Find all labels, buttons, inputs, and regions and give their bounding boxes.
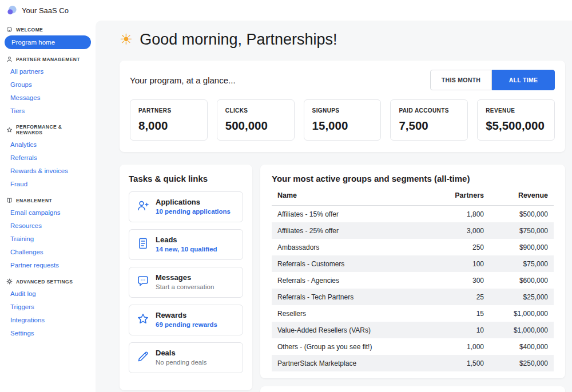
- group-name: Referrals - Tech Partners: [272, 289, 437, 305]
- sidebar-item-challenges[interactable]: Challenges: [5, 246, 91, 258]
- group-partners: 3,000: [437, 222, 490, 239]
- stat-signups: SIGNUPS 15,000: [304, 99, 382, 141]
- task-subtitle[interactable]: No pending deals: [156, 359, 207, 366]
- sidebar-item-resources[interactable]: Resources: [5, 219, 91, 232]
- group-partners: 25: [437, 289, 490, 305]
- table-row[interactable]: Referrals - Customers 100 $75,000: [272, 255, 554, 272]
- group-partners: 1,800: [437, 206, 490, 223]
- sidebar-nav: WELCOME Program home PARTNER MANAGEMENT …: [0, 20, 96, 339]
- groups-title: Your most active groups and segments (al…: [272, 174, 554, 183]
- sidebar-section-label: PERFORMANCE & REWARDS: [16, 124, 89, 135]
- all-time-button[interactable]: ALL TIME: [492, 70, 555, 90]
- page-title: ☀ Good morning, Partnerships!: [120, 30, 565, 49]
- stat-label: PARTNERS: [138, 107, 199, 114]
- groups-card: Your most active groups and segments (al…: [260, 165, 565, 378]
- sidebar-item-program-home[interactable]: Program home: [5, 35, 91, 49]
- sidebar-item-audit-log[interactable]: Audit log: [5, 287, 91, 300]
- brand-name: Your SaaS Co: [22, 6, 69, 15]
- stat-label: PAID ACCOUNTS: [399, 107, 459, 114]
- table-row[interactable]: Affiliates - 15% offer 1,800 $500,000: [272, 206, 554, 223]
- task-messages[interactable]: Messages Start a conversation: [129, 267, 243, 298]
- brand[interactable]: Your SaaS Co: [0, 0, 96, 20]
- task-title: Applications: [156, 198, 231, 206]
- next-card-stub: [260, 386, 565, 392]
- group-name: Others - (Group as you see fit!): [272, 338, 437, 355]
- group-revenue: $600,000: [490, 272, 554, 289]
- task-subtitle[interactable]: 69 pending rewards: [156, 321, 217, 328]
- time-range-toggle: THIS MONTH ALL TIME: [430, 70, 555, 90]
- group-partners: 15: [437, 305, 490, 322]
- task-title: Leads: [156, 235, 217, 244]
- table-row[interactable]: Ambassadors 250 $900,000: [272, 239, 554, 255]
- stat-paid-accounts: PAID ACCOUNTS 7,500: [390, 99, 468, 141]
- groups-table: Name Partners Revenue Affiliates - 15% o…: [272, 191, 554, 371]
- task-applications[interactable]: Applications 10 pending applications: [129, 191, 243, 222]
- group-partners: 100: [437, 255, 490, 272]
- sidebar-item-email-campaigns[interactable]: Email campaigns: [5, 206, 91, 219]
- document-icon: [136, 235, 150, 250]
- sidebar-item-messages[interactable]: Messages: [5, 91, 91, 104]
- task-deals[interactable]: Deals No pending deals: [129, 342, 243, 373]
- sidebar-item-referrals[interactable]: Referrals: [5, 151, 91, 164]
- table-row[interactable]: Referrals - Tech Partners 25 $25,000: [272, 289, 554, 305]
- sidebar-section-label: ADVANCED SETTINGS: [16, 279, 73, 285]
- sidebar-item-integrations[interactable]: Integrations: [5, 314, 91, 326]
- group-revenue: $1,000,000: [490, 305, 554, 322]
- sidebar-item-partner-requests[interactable]: Partner requests: [5, 259, 91, 271]
- star-icon: [6, 127, 13, 133]
- column-header-revenue: Revenue: [490, 191, 554, 206]
- task-subtitle[interactable]: Start a conversation: [156, 283, 214, 290]
- stat-value: 500,000: [225, 119, 286, 133]
- group-partners: 1,000: [437, 338, 490, 355]
- table-row[interactable]: Referrals - Agencies 300 $600,000: [272, 272, 554, 289]
- table-row[interactable]: Affiliates - 25% offer 3,000 $750,000: [272, 222, 554, 239]
- group-partners: 10: [437, 322, 490, 338]
- sidebar-section-enablement: ENABLEMENT: [5, 191, 91, 206]
- sidebar-section-performance-rewards: PERFORMANCE & REWARDS: [5, 118, 91, 138]
- stat-value: $5,500,000: [486, 119, 546, 133]
- main-content: ☀ Good morning, Partnerships! Your progr…: [96, 21, 572, 392]
- column-header-name: Name: [272, 191, 437, 206]
- stat-value: 7,500: [399, 119, 459, 133]
- tasks-title: Tasks & quick links: [129, 174, 243, 183]
- sidebar: Your SaaS Co WELCOME Program home PARTNE…: [0, 0, 96, 392]
- stat-partners: PARTNERS 8,000: [130, 99, 208, 141]
- sidebar-item-all-partners[interactable]: All partners: [5, 65, 91, 78]
- group-partners: 250: [437, 239, 490, 255]
- task-leads[interactable]: Leads 14 new, 10 qualified: [129, 229, 243, 260]
- sun-icon: ☀: [120, 30, 133, 49]
- this-month-button[interactable]: THIS MONTH: [430, 70, 492, 90]
- sidebar-item-rewards-invoices[interactable]: Rewards & invoices: [5, 165, 91, 177]
- table-row[interactable]: Others - (Group as you see fit!) 1,000 $…: [272, 338, 554, 355]
- glance-title: Your program, at a glance...: [130, 75, 236, 85]
- sidebar-item-groups[interactable]: Groups: [5, 78, 91, 91]
- sidebar-item-settings[interactable]: Settings: [5, 327, 91, 339]
- sidebar-section-label: ENABLEMENT: [16, 198, 52, 203]
- table-row[interactable]: Resellers 15 $1,000,000: [272, 305, 554, 322]
- group-name: Value-Added Resellers (VARs): [272, 322, 437, 338]
- column-header-partners: Partners: [437, 191, 490, 206]
- stat-label: SIGNUPS: [312, 107, 373, 114]
- sidebar-section-welcome: WELCOME: [5, 20, 91, 35]
- sidebar-item-tiers[interactable]: Tiers: [5, 105, 91, 117]
- group-name: PartnerStack Marketplace: [272, 355, 437, 371]
- table-row[interactable]: Value-Added Resellers (VARs) 10 $1,000,0…: [272, 322, 554, 338]
- task-rewards[interactable]: Rewards 69 pending rewards: [129, 305, 243, 335]
- sidebar-item-analytics[interactable]: Analytics: [5, 138, 91, 151]
- sidebar-item-training[interactable]: Training: [5, 233, 91, 245]
- table-header-row: Name Partners Revenue: [272, 191, 554, 206]
- book-icon: [6, 197, 13, 203]
- sidebar-item-triggers[interactable]: Triggers: [5, 301, 91, 313]
- task-subtitle[interactable]: 14 new, 10 qualified: [156, 246, 217, 253]
- group-revenue: $500,000: [490, 206, 554, 223]
- star-icon: [136, 311, 150, 326]
- sidebar-item-fraud[interactable]: Fraud: [5, 178, 91, 190]
- task-title: Rewards: [156, 311, 217, 319]
- gear-icon: [6, 278, 13, 285]
- table-row[interactable]: PartnerStack Marketplace 1,500 $250,000: [272, 355, 554, 371]
- group-revenue: $75,000: [490, 255, 554, 272]
- stat-revenue: REVENUE $5,500,000: [477, 99, 555, 141]
- task-title: Messages: [156, 273, 214, 282]
- task-subtitle[interactable]: 10 pending applications: [156, 208, 231, 215]
- group-revenue: $25,000: [490, 289, 554, 305]
